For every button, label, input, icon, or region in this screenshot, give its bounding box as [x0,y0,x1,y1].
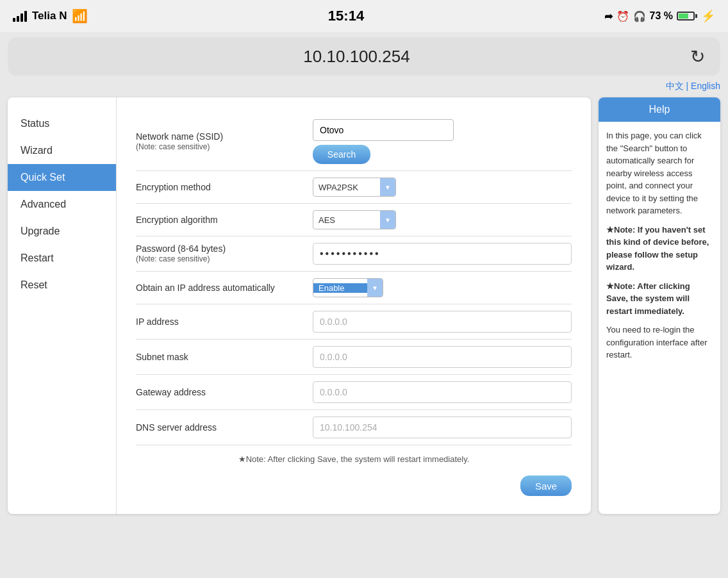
charging-icon: ⚡ [701,9,715,23]
ip-label: IP address [136,316,302,327]
help-body: In this page, you can click the "Search"… [599,122,720,376]
sidebar-item-restart[interactable]: Restart [8,245,116,272]
help-title: Help [599,97,720,122]
subnet-control [313,346,572,368]
main-card: Status Wizard Quick Set Advanced Upgrade… [8,97,591,514]
carrier-label: Telia N [32,10,67,22]
encryption-method-label: Encryption method [136,181,302,193]
form-row-obtain-ip: Obtain an IP address automatically Enabl… [136,272,572,304]
password-control [313,243,572,265]
obtain-ip-label: Obtain an IP address automatically [136,282,302,293]
note-text: ★Note: After clicking Save, the system w… [136,454,572,464]
save-row: Save [136,470,572,499]
ssid-control: Search [313,119,572,164]
location-icon: ➦ [604,10,613,22]
status-time: 15:14 [328,8,364,24]
dns-control [313,417,572,438]
subnet-label: Subnet mask [136,351,302,363]
alarm-icon: ⏰ [616,10,629,22]
address-bar: 10.10.100.254 ↻ [8,37,720,76]
chevron-down-icon: ▼ [380,178,395,196]
battery-percent: 73 % [650,10,673,22]
password-label: Password (8-64 bytes) (Note: case sensit… [136,243,302,265]
dns-label: DNS server address [136,422,302,433]
form-row-encryption-method: Encryption method WPA2PSK ▼ [136,171,572,204]
battery-icon [677,12,697,21]
lang-chinese[interactable]: 中文 [666,81,684,91]
form-row-gateway: Gateway address [136,375,572,410]
save-button[interactable]: Save [520,475,572,496]
gateway-label: Gateway address [136,386,302,398]
ip-control [313,311,572,333]
form-row-password: Password (8-64 bytes) (Note: case sensit… [136,236,572,272]
form-row-ip: IP address [136,304,572,340]
lang-separator: | [684,81,691,91]
sidebar: Status Wizard Quick Set Advanced Upgrade… [8,97,117,514]
sidebar-item-reset[interactable]: Reset [8,272,116,299]
search-button[interactable]: Search [313,145,370,164]
help-panel: Help In this page, you can click the "Se… [599,97,720,514]
subnet-input[interactable] [313,346,572,368]
sidebar-item-status[interactable]: Status [8,110,116,137]
status-left: Telia N 📶 [13,8,88,24]
signal-bars-icon [13,10,27,22]
form-area: Network name (SSID) (Note: case sensitiv… [117,97,591,514]
headphone-icon: 🎧 [633,10,646,22]
encryption-algorithm-value: AES [313,215,380,225]
sidebar-item-quickset[interactable]: Quick Set [8,164,116,191]
help-paragraph-2: ★Note: If you haven't set this kind of d… [606,224,713,274]
form-row-subnet: Subnet mask [136,340,572,375]
chevron-down-icon: ▼ [380,211,395,229]
encryption-algorithm-select[interactable]: AES ▼ [313,210,396,229]
dns-input[interactable] [313,417,572,438]
refresh-icon[interactable]: ↻ [690,46,705,67]
gateway-input[interactable] [313,381,572,403]
status-right: ➦ ⏰ 🎧 73 % ⚡ [604,9,715,23]
form-row-ssid: Network name (SSID) (Note: case sensitiv… [136,113,572,171]
sidebar-item-wizard[interactable]: Wizard [8,137,116,164]
url-text[interactable]: 10.10.100.254 [303,47,410,67]
encryption-method-control: WPA2PSK ▼ [313,178,572,197]
password-input[interactable] [313,243,572,265]
lang-switcher: 中文 | English [8,81,720,92]
ssid-input[interactable] [313,119,454,141]
form-row-dns: DNS server address [136,410,572,445]
encryption-method-value: WPA2PSK [313,183,380,192]
sidebar-item-advanced[interactable]: Advanced [8,191,116,218]
lang-english[interactable]: English [691,81,720,91]
obtain-ip-value: Enable [313,283,367,293]
ssid-label: Network name (SSID) (Note: case sensitiv… [136,131,302,153]
gateway-control [313,381,572,403]
ip-input[interactable] [313,311,572,333]
help-paragraph-4: You need to re-login the configuration i… [606,324,713,361]
obtain-ip-control: Enable ▼ [313,278,572,297]
encryption-method-select[interactable]: WPA2PSK ▼ [313,178,396,197]
form-row-encryption-algorithm: Encryption algorithm AES ▼ [136,204,572,236]
encryption-algorithm-control: AES ▼ [313,210,572,229]
wifi-icon: 📶 [72,8,88,24]
encryption-algorithm-label: Encryption algorithm [136,214,302,226]
help-paragraph-3: ★Note: After clicking Save, the system w… [606,280,713,318]
status-bar: Telia N 📶 15:14 ➦ ⏰ 🎧 73 % ⚡ [0,0,728,32]
sidebar-item-upgrade[interactable]: Upgrade [8,218,116,245]
help-paragraph-1: In this page, you can click the "Search"… [606,129,713,217]
chevron-down-icon: ▼ [367,279,383,297]
obtain-ip-select[interactable]: Enable ▼ [313,278,383,297]
main-content: Status Wizard Quick Set Advanced Upgrade… [8,97,720,514]
